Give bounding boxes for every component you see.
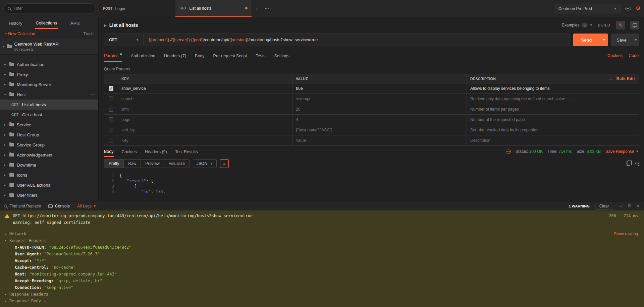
- view-visualize[interactable]: Visualize: [164, 160, 189, 168]
- folder-user-acl-actions[interactable]: ▸ User ACL actions: [0, 180, 98, 190]
- find-and-replace-button[interactable]: Find and Replace: [4, 204, 41, 208]
- external-link-icon[interactable]: ↗: [44, 299, 46, 303]
- save-button[interactable]: Save: [611, 34, 632, 46]
- table-options-button[interactable]: •••: [608, 77, 612, 80]
- tab-params[interactable]: Params: [104, 49, 122, 62]
- view-pretty[interactable]: Pretty: [104, 160, 123, 168]
- tab-body[interactable]: Body: [195, 49, 205, 62]
- param-value[interactable]: 4: [292, 115, 467, 125]
- param-key[interactable]: page: [118, 115, 292, 125]
- chevron-right-icon[interactable]: ▸: [3, 133, 7, 136]
- edit-button[interactable]: ✎: [616, 21, 625, 29]
- checkbox-unchecked[interactable]: [109, 138, 113, 143]
- param-description-placeholder[interactable]: Description: [467, 135, 599, 145]
- chevron-down-icon[interactable]: ▾: [3, 45, 4, 48]
- param-key[interactable]: limit: [118, 104, 292, 114]
- clear-console-button[interactable]: Clear: [595, 203, 613, 209]
- log-section-response-body[interactable]: ▸ Response Body ↗: [5, 298, 639, 304]
- tab-response-headers[interactable]: Headers (9): [145, 146, 167, 157]
- send-button[interactable]: Send: [573, 34, 600, 46]
- examples-dropdown[interactable]: Examples 3 ▼: [562, 23, 593, 27]
- folder-authentication[interactable]: ▸ Authentication: [0, 59, 98, 69]
- chevron-right-icon[interactable]: ▸: [3, 173, 7, 177]
- cookies-link[interactable]: Cookies: [607, 53, 623, 58]
- tab-test-results[interactable]: Test Results: [175, 146, 198, 157]
- tab-pre-request-script[interactable]: Pre-request Script: [213, 49, 247, 62]
- param-description[interactable]: Retrieve only data matching the defined …: [467, 94, 599, 104]
- folder-service[interactable]: ▸ Service: [0, 120, 98, 130]
- comments-button[interactable]: [630, 21, 639, 29]
- param-key-placeholder[interactable]: Key: [118, 135, 292, 145]
- tab-history[interactable]: History: [8, 18, 23, 28]
- console-tab[interactable]: Console: [48, 204, 70, 208]
- checkbox-unchecked[interactable]: [109, 117, 113, 122]
- param-key[interactable]: search: [118, 94, 292, 104]
- chevron-right-icon[interactable]: ▸: [3, 153, 7, 157]
- close-console-icon[interactable]: ✕: [637, 204, 640, 208]
- tab-options-button[interactable]: •••: [262, 0, 272, 17]
- environment-selector[interactable]: Centreon Pre Prod ▼: [555, 4, 621, 13]
- new-tab-button[interactable]: +: [252, 0, 262, 17]
- folder-options-button[interactable]: •••: [91, 93, 95, 96]
- param-description[interactable]: Number of items per pages: [467, 104, 599, 114]
- request-list-all-hosts[interactable]: GET List all hosts: [0, 100, 98, 110]
- checkbox-unchecked[interactable]: [109, 97, 113, 101]
- request-tab-login[interactable]: POST Login: [99, 0, 175, 17]
- wrap-lines-button[interactable]: ≡: [220, 159, 229, 168]
- view-raw[interactable]: Raw: [123, 160, 141, 168]
- tab-authorization[interactable]: Authorization: [131, 49, 155, 62]
- chevron-right-icon[interactable]: ▸: [3, 73, 7, 76]
- log-section-response-headers[interactable]: ▸ Response Headers: [5, 291, 639, 298]
- tab-tests[interactable]: Tests: [256, 49, 265, 62]
- checkbox-checked[interactable]: ✓: [109, 86, 113, 91]
- param-key[interactable]: show_service: [118, 83, 292, 94]
- language-selector[interactable]: JSON ▼: [193, 159, 217, 168]
- param-value-placeholder[interactable]: Value: [292, 135, 467, 145]
- param-description[interactable]: Allows to display services belonging to …: [467, 83, 599, 94]
- folder-user-filters[interactable]: ▸ User filters: [0, 190, 98, 200]
- param-value[interactable]: 20: [292, 104, 467, 114]
- response-body-editor[interactable]: 1 { 2 "result": [ 3 { 4 "id": 174,: [99, 170, 644, 201]
- console-log[interactable]: GET https://monitoring-preprod.company.l…: [0, 210, 644, 307]
- show-raw-log-link[interactable]: Show raw log: [614, 232, 638, 236]
- param-value[interactable]: <string>: [292, 94, 467, 104]
- tab-apis[interactable]: APIs: [70, 18, 80, 28]
- folder-downtime[interactable]: ▸ Downtime: [0, 160, 98, 170]
- log-filter-dropdown[interactable]: All Logs ▼: [77, 204, 96, 208]
- tab-collections[interactable]: Collections: [35, 17, 58, 29]
- chevron-right-icon[interactable]: ▸: [3, 143, 7, 146]
- param-value[interactable]: {"host.name":"ASC"}: [292, 125, 467, 135]
- param-value[interactable]: true: [292, 83, 467, 94]
- folder-monitoring-server[interactable]: ▸ Monitoring Server: [0, 79, 98, 89]
- folder-host[interactable]: ▾ Host •••: [0, 89, 98, 100]
- send-options-caret[interactable]: ▼: [600, 34, 608, 46]
- sidebar-filter[interactable]: [3, 3, 96, 13]
- folder-service-group[interactable]: ▸ Service Group: [0, 140, 98, 150]
- checkbox-unchecked[interactable]: [109, 128, 113, 132]
- tab-settings[interactable]: Settings: [274, 49, 289, 62]
- network-icon[interactable]: [506, 149, 511, 154]
- code-link[interactable]: Code: [629, 53, 639, 58]
- chevron-right-icon[interactable]: ▸: [3, 163, 7, 167]
- chevron-right-icon[interactable]: ▸: [3, 183, 7, 187]
- tab-response-body[interactable]: Body: [104, 146, 114, 157]
- view-preview[interactable]: Preview: [141, 160, 164, 168]
- open-in-new-window-icon[interactable]: ⇱: [628, 204, 631, 208]
- console-request-line[interactable]: GET https://monitoring-preprod.company.l…: [5, 212, 639, 219]
- param-description[interactable]: Number of the requested page: [467, 115, 599, 125]
- folder-acknowledgement[interactable]: ▸ Acknowledgement: [0, 150, 98, 160]
- save-options-caret[interactable]: ▼: [632, 34, 639, 46]
- checkbox-unchecked[interactable]: [109, 107, 113, 112]
- console-options-button[interactable]: •••: [619, 204, 622, 207]
- collection-centreon-web-restapi[interactable]: ▾ Centreon Web RestAPI 60 requests: [0, 39, 98, 55]
- folder-host-group[interactable]: ▸ Host Group: [0, 130, 98, 140]
- chevron-right-icon[interactable]: ▸: [3, 193, 7, 197]
- search-response-icon[interactable]: [635, 162, 639, 165]
- log-section-request-headers[interactable]: ▾ Request Headers: [5, 237, 639, 244]
- log-section-network[interactable]: ▸ Network Show raw log: [5, 231, 639, 237]
- method-selector[interactable]: GET ▼: [104, 34, 144, 46]
- new-collection-button[interactable]: + New Collection: [5, 32, 35, 36]
- folder-icons[interactable]: ▸ Icons: [0, 170, 98, 180]
- environment-preview-icon[interactable]: [625, 7, 631, 10]
- request-tab-list-all-hosts[interactable]: GET List all hosts: [175, 0, 252, 17]
